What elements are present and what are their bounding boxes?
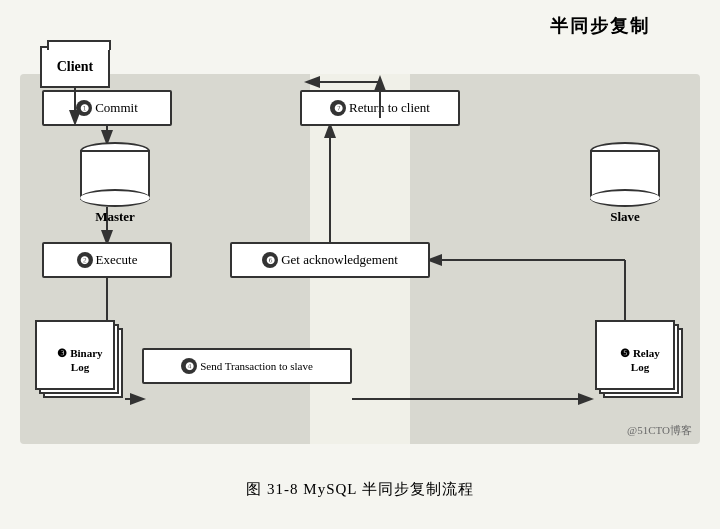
step6-label: Get acknowledgement — [281, 252, 398, 268]
step2-bullet: ❷ — [77, 252, 93, 268]
cylinder-bottom — [80, 189, 150, 207]
slave-cylinder-bottom — [590, 189, 660, 207]
title-row: 半同步复制 — [10, 14, 710, 38]
watermark: @51CTO博客 — [627, 423, 692, 438]
diagram-wrapper: Client ❶ Commit ❼ Return to client — [20, 46, 700, 466]
step7-label: Return to client — [349, 100, 430, 116]
step4-bullet: ❹ — [181, 358, 197, 374]
master-cylinder: Master — [80, 142, 150, 207]
step-ack: ❻ Get acknowledgement — [230, 242, 430, 278]
master-label: Master — [95, 209, 135, 225]
relay-log-label: ❺ RelayLog — [620, 346, 660, 375]
step7-bullet: ❼ — [330, 100, 346, 116]
caption-text: 图 31-8 MySQL 半同步复制流程 — [246, 481, 473, 497]
relay-log-stack: ❺ RelayLog — [595, 320, 685, 400]
step-execute: ❷ Execute — [42, 242, 172, 278]
main-container: 半同步复制 Client ❶ Commit ❼ Return to clie — [10, 10, 710, 499]
figure-caption: 图 31-8 MySQL 半同步复制流程 — [246, 480, 473, 499]
binary-log-stack: ❸ BinaryLog — [35, 320, 125, 400]
step6-bullet: ❻ — [262, 252, 278, 268]
slave-label: Slave — [610, 209, 640, 225]
step-send: ❹ Send Transaction to slave — [142, 348, 352, 384]
diagram-panel: ❶ Commit ❼ Return to client Master — [20, 74, 700, 444]
step1-label: Commit — [95, 100, 138, 116]
client-box: Client — [40, 46, 110, 88]
step1-bullet: ❶ — [76, 100, 92, 116]
step-return: ❼ Return to client — [300, 90, 460, 126]
step2-label: Execute — [96, 252, 138, 268]
client-label: Client — [57, 59, 94, 75]
log-page-front — [35, 320, 115, 390]
slave-cylinder: Slave — [590, 142, 660, 207]
step-commit: ❶ Commit — [42, 90, 172, 126]
step4-label: Send Transaction to slave — [200, 360, 313, 372]
page-title: 半同步复制 — [550, 14, 650, 38]
step5-bullet: ❺ — [620, 347, 630, 359]
